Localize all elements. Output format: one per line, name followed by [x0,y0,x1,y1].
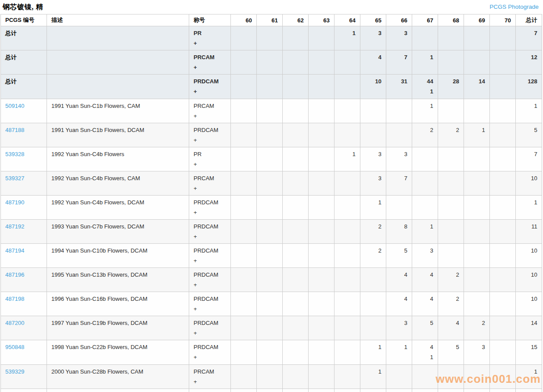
column-header: 62 [283,14,309,26]
pcgs-number-link[interactable]: 539327 [5,175,24,182]
pcgs-number-link[interactable]: 487194 [5,247,24,254]
grade-68-count [438,365,464,389]
grade-63-count [309,268,334,292]
row-id-cell: 487200 [1,316,47,340]
row-id-cell: 487194 [1,244,47,268]
grade-70-count [490,389,516,392]
grade-66-count: 7 [386,171,412,196]
grade-67-count: 1 [412,50,438,75]
coin-description: 2000 Yuan Sun-C28b Flowers, CAM [47,365,189,389]
coin-description: 1993 Yuan Sun-C7b Flowers, DCAM [47,220,189,244]
table-row: 5393292000 Yuan Sun-C28b Flowers, CAMPRC… [1,365,542,389]
designation-label: PRCAM [194,175,226,182]
photograde-link[interactable]: PCGS Photograde [489,4,539,10]
grade-68-count [438,171,464,196]
grade-69-count [464,171,490,196]
pcgs-number-link[interactable]: 950848 [5,344,24,350]
row-total: 11 [516,220,542,244]
grade-69-count [464,26,490,50]
grade-63-count [309,171,334,196]
row-id-cell: 539327 [1,171,47,196]
pcgs-number-link[interactable]: 487190 [5,199,24,206]
table-row: 4871981996 Yuan Sun-C16b Flowers, DCAMPR… [1,292,542,316]
grade-62-count [283,147,309,171]
grade-69-count [464,244,490,268]
row-id-cell: 487198 [1,292,47,316]
grade-66-count: 4 [386,268,412,292]
pcgs-number-link[interactable]: 487188 [5,127,24,133]
designation-label: PRDCAM [194,247,226,254]
coin-description: 1991 Yuan Sun-C1b Flowers, DCAM [47,123,189,147]
pcgs-number-link[interactable]: 539329 [5,368,24,375]
plus-designation: + [194,378,226,385]
grade-67-count: 41 [412,340,438,365]
column-header: 66 [386,14,412,26]
grade-69-count [464,99,490,123]
grade-65-count: 3 [360,171,386,196]
designation-cell: PR+ [189,26,231,50]
row-total: 14 [516,316,542,340]
grade-67-plus-count: 1 [417,88,433,95]
grade-61-count [257,340,283,365]
grade-64-count [334,220,360,244]
column-header: 64 [334,14,360,26]
row-id-cell: 487196 [1,268,47,292]
coin-description [47,26,189,50]
grade-62-count [283,50,309,75]
grade-62-count [283,75,309,99]
grade-67-count: 2 [412,123,438,147]
grade-70-count [490,268,516,292]
grade-63-count [309,99,334,123]
grade-70-count [490,123,516,147]
table-body: 总计PR+1337总计PRCAM+47112总计PRDCAM+103144128… [1,26,542,392]
designation-label: PRDCAM [194,223,226,230]
grade-60-count [231,171,257,196]
grade-70-count [490,244,516,268]
grade-70-count [490,147,516,171]
grade-63-count [309,26,334,50]
row-total: 7 [516,26,542,50]
plus-designation: + [194,136,226,144]
plus-designation: + [194,257,226,264]
table-row: 4872001997 Yuan Sun-C19b Flowers, DCAMPR… [1,316,542,340]
row-id-cell: 487190 [1,196,47,220]
grade-63-count [309,75,334,99]
grade-60-count [231,244,257,268]
pcgs-number-link[interactable]: 487198 [5,296,24,302]
row-total: 10 [516,268,542,292]
grade-62-count [283,196,309,220]
pcgs-number-link[interactable]: 509140 [5,103,24,109]
grade-69-count [464,147,490,171]
grade-64-count [334,171,360,196]
grade-66-count: 1 [386,340,412,365]
designation-label: PRDCAM [194,126,226,134]
column-header: 60 [231,14,257,26]
grade-67-count: 1 [412,220,438,244]
grade-66-count [386,365,412,389]
top-bar: 钢芯镀镍, 精 PCGS Photograde [0,0,543,14]
designation-cell: PRDCAM+ [189,292,231,316]
pcgs-number-link[interactable]: 487192 [5,223,24,230]
grade-63-count [309,244,334,268]
grade-60-count [231,316,257,340]
grade-61-count [257,171,283,196]
grade-68-count: 5 [438,340,464,365]
grade-67-plus-count: 1 [417,353,433,361]
grade-63-count [309,123,334,147]
grade-64-count [334,196,360,220]
grade-64-count: 1 [334,147,360,171]
grade-62-count [283,26,309,50]
pcgs-number-link[interactable]: 487200 [5,320,24,326]
grade-66-count: 8 [386,220,412,244]
pcgs-number-link[interactable]: 539328 [5,151,24,157]
grade-65-count: 3 [360,147,386,171]
grade-65-count [360,99,386,123]
table-row: 4871921993 Yuan Sun-C7b Flowers, DCAMPRD… [1,220,542,244]
grade-69-count [464,268,490,292]
pcgs-number-link[interactable]: 487196 [5,271,24,278]
designation-cell: PRDCAM+ [189,316,231,340]
grade-68-count [438,26,464,50]
row-id-cell: 总计 [1,26,47,50]
grade-60-count [231,147,257,171]
grade-66-count: 3 [386,147,412,171]
